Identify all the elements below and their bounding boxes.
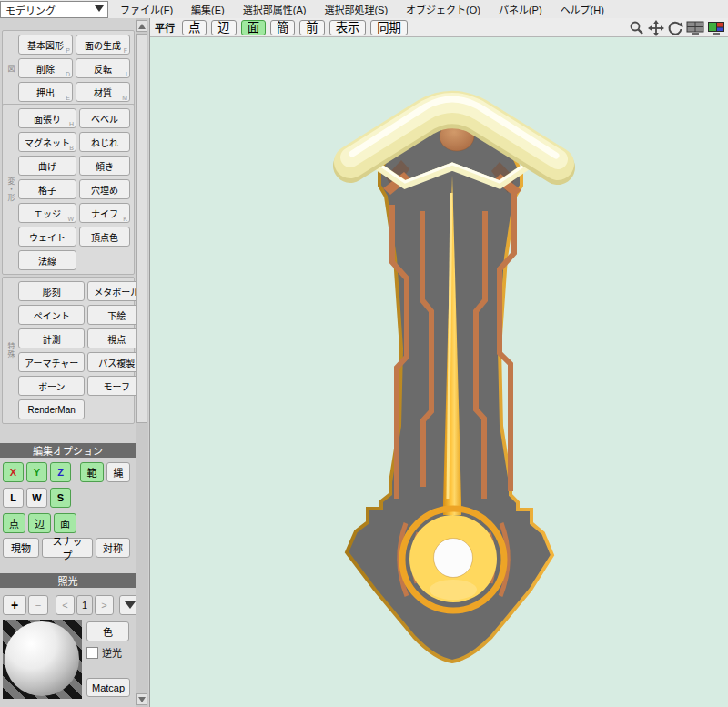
view-toolbar: 平行 点 辺 面 簡 前 表示 同期 (150, 18, 728, 37)
zoom-icon[interactable] (629, 20, 645, 36)
edit-bottom-row: 現物 スナップ 対称 (3, 538, 130, 558)
backlight-checkbox[interactable] (86, 647, 98, 659)
toolbar-face-button[interactable]: 面 (241, 20, 266, 35)
multi-view-icon[interactable] (686, 21, 704, 36)
cmd-sculpt[interactable]: 彫刻 (18, 281, 85, 301)
cmd-weight[interactable]: ウェイト (18, 227, 76, 247)
local-toggle[interactable]: L (3, 488, 24, 508)
edge-toggle[interactable]: 辺 (28, 513, 51, 533)
chevron-down-icon (125, 601, 136, 609)
cmd-measure[interactable]: 計測 (18, 328, 85, 348)
rope-select-toggle[interactable]: 縄 (106, 462, 130, 482)
command-panel: 図 基本図形P 面の生成F 削除D 反転I 押出E 材質M 変・形 面張りH ベ… (0, 18, 150, 707)
axis-z-toggle[interactable]: Z (50, 462, 71, 482)
toolbar-edge-button[interactable]: 辺 (211, 20, 236, 35)
projection-label: 平行 (155, 20, 175, 35)
cmd-twist[interactable]: ねじれ (79, 132, 130, 152)
backlight-label: 逆光 (102, 645, 122, 660)
view-icon-group (629, 20, 725, 36)
cmd-magnet[interactable]: マグネットB (18, 132, 76, 152)
command-group-basic: 図 基本図形P 面の生成F 削除D 反転I 押出E 材質M (2, 30, 135, 106)
toolbar-front-button[interactable]: 前 (299, 20, 324, 35)
cmd-bend[interactable]: 曲げ (18, 156, 76, 176)
command-group-deform: 変・形 面張りH ベベル マグネットB ねじれ 曲げ 傾き 格子 穴埋め エッジ… (2, 104, 135, 275)
snap-button[interactable]: スナップ (42, 538, 93, 558)
cmd-paint[interactable]: ペイント (18, 305, 85, 325)
world-toggle[interactable]: W (26, 488, 47, 508)
add-light-button[interactable]: + (3, 595, 26, 615)
lighting-controls: + − < 1 > (3, 595, 141, 615)
next-light-button[interactable]: > (95, 595, 114, 615)
cmd-normal[interactable]: 法線 (18, 250, 76, 270)
model-pendant (150, 37, 728, 707)
scroll-down-icon[interactable] (136, 693, 147, 705)
scroll-up-icon[interactable] (136, 20, 147, 32)
lws-row: L W S (3, 488, 71, 508)
cmd-bone[interactable]: ボーン (18, 376, 85, 396)
cmd-knife[interactable]: ナイフK (79, 203, 130, 223)
pan-icon[interactable] (648, 20, 664, 36)
axis-y-toggle[interactable]: Y (26, 462, 47, 482)
cmd-delete[interactable]: 削除D (18, 58, 73, 78)
menu-file[interactable]: ファイル(F) (111, 2, 182, 16)
light-preview-sphere (5, 621, 79, 696)
cmd-vertex-color[interactable]: 頂点色 (79, 227, 130, 247)
mode-dropdown-value: モデリング (5, 3, 56, 17)
lighting-header: 照光 (0, 573, 136, 588)
face-toggle[interactable]: 面 (54, 513, 76, 533)
cmd-bevel[interactable]: ベベル (79, 108, 130, 128)
light-preview[interactable] (3, 620, 82, 699)
point-toggle[interactable]: 点 (3, 513, 25, 533)
cmd-extrude[interactable]: 押出E (18, 82, 73, 102)
toolbar-simple-button[interactable]: 簡 (270, 20, 295, 35)
range-select-toggle[interactable]: 範 (80, 462, 104, 482)
cmd-lattice[interactable]: 格子 (18, 179, 76, 199)
element-row: 点 辺 面 (3, 513, 76, 533)
cmd-lathe[interactable]: 面張りH (18, 108, 76, 128)
cmd-create-face[interactable]: 面の生成F (76, 35, 130, 55)
axis-x-toggle[interactable]: X (3, 462, 24, 482)
menu-bar: モデリング ファイル(F) 編集(E) 選択部属性(A) 選択部処理(S) オブ… (0, 0, 728, 18)
current-object-button[interactable]: 現物 (3, 538, 39, 558)
menu-selection-attr[interactable]: 選択部属性(A) (234, 2, 316, 16)
menu-selection-proc[interactable]: 選択部処理(S) (315, 2, 397, 16)
rotate-icon[interactable] (667, 20, 683, 36)
panel-scrollbar[interactable] (136, 18, 148, 707)
screen-toggle[interactable]: S (50, 488, 71, 508)
menu-object[interactable]: オブジェクト(O) (397, 2, 490, 16)
scrollbar-thumb[interactable] (136, 34, 147, 423)
cmd-invert[interactable]: 反転I (76, 58, 130, 78)
menu-edit[interactable]: 編集(E) (182, 2, 234, 16)
matcap-button[interactable]: Matcap (86, 678, 130, 697)
group-tab-basic[interactable]: 図 (3, 31, 18, 106)
light-index-field[interactable]: 1 (76, 595, 93, 615)
cmd-material[interactable]: 材質M (76, 82, 130, 102)
toolbar-sync-button[interactable]: 同期 (370, 20, 408, 35)
cmd-renderman[interactable]: RenderMan (18, 399, 85, 419)
symmetry-button[interactable]: 対称 (96, 538, 130, 558)
command-group-special: 特殊 彫刻 メタボール ペイント 下絵 計測 視点 アーマチャー パス複製 ボー… (2, 277, 135, 424)
cmd-edge[interactable]: エッジW (18, 203, 76, 223)
menu-panel[interactable]: パネル(P) (490, 2, 551, 16)
cmd-armature[interactable]: アーマチャー (18, 352, 85, 372)
group-tab-special[interactable]: 特殊 (3, 278, 18, 423)
light-color-button[interactable]: 色 (86, 621, 129, 641)
toolbar-point-button[interactable]: 点 (182, 20, 207, 35)
chevron-down-icon (95, 5, 104, 12)
cmd-fill-hole[interactable]: 穴埋め (79, 179, 130, 199)
toolbar-display-button[interactable]: 表示 (329, 20, 367, 35)
cmd-tilt[interactable]: 傾き (79, 156, 130, 176)
backlight-row: 逆光 (86, 645, 122, 660)
axis-row: X Y Z 範 縄 (3, 462, 130, 482)
menu-items: ファイル(F) 編集(E) 選択部属性(A) 選択部処理(S) オブジェクト(O… (111, 0, 613, 18)
group-tab-deform[interactable]: 変・形 (3, 105, 18, 274)
viewport-3d[interactable] (150, 37, 728, 707)
prev-light-button[interactable]: < (56, 595, 75, 615)
remove-light-button[interactable]: − (28, 595, 48, 615)
cmd-basic-primitive[interactable]: 基本図形P (18, 35, 73, 55)
edit-options-header: 編集オプション (0, 443, 136, 458)
color-view-icon[interactable] (707, 21, 725, 36)
metasequoia-window: { "menu_bar": { "mode_dropdown": "モデリング"… (0, 0, 728, 707)
mode-dropdown[interactable]: モデリング (0, 1, 108, 18)
menu-help[interactable]: ヘルプ(H) (551, 2, 613, 16)
